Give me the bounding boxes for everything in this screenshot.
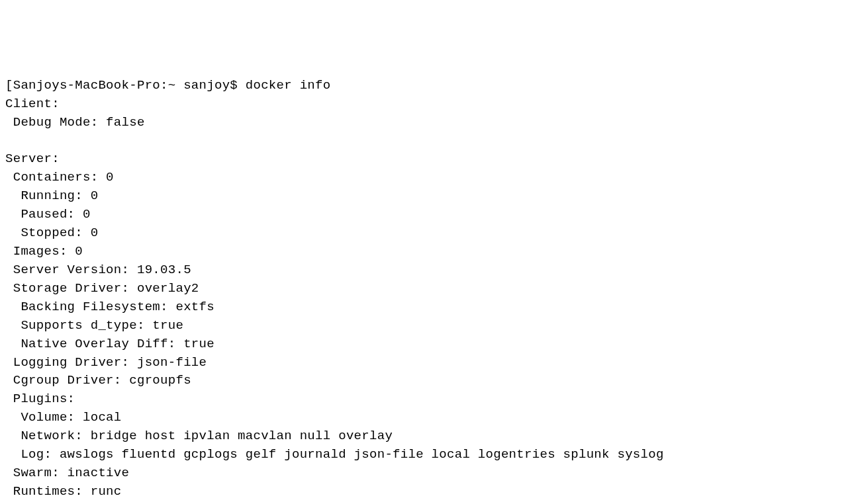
client-header: Client:	[5, 97, 60, 111]
server-running: Running: 0	[5, 189, 98, 203]
server-plugins-log: Log: awslogs fluentd gcplogs gelf journa…	[5, 447, 664, 462]
client-debug-mode: Debug Mode: false	[5, 115, 145, 130]
terminal-output[interactable]: [Sanjoys-MacBook-Pro:~ sanjoy$ docker in…	[5, 77, 849, 504]
server-stopped: Stopped: 0	[5, 226, 98, 240]
server-plugins-volume: Volume: local	[5, 410, 122, 425]
server-supports-dtype: Supports d_type: true	[5, 318, 183, 333]
server-backing-filesystem: Backing Filesystem: extfs	[5, 300, 214, 314]
prompt-line: [Sanjoys-MacBook-Pro:~ sanjoy$ docker in…	[5, 78, 330, 93]
server-version: Server Version: 19.03.5	[5, 263, 191, 277]
server-logging-driver: Logging Driver: json-file	[5, 355, 207, 370]
server-plugins-network: Network: bridge host ipvlan macvlan null…	[5, 429, 393, 443]
server-cgroup-driver: Cgroup Driver: cgroupfs	[5, 373, 191, 388]
server-header: Server:	[5, 151, 60, 166]
server-paused: Paused: 0	[5, 207, 91, 222]
server-containers: Containers: 0	[5, 170, 114, 185]
server-images: Images: 0	[5, 244, 83, 259]
server-native-overlay-diff: Native Overlay Diff: true	[5, 337, 214, 351]
server-swarm: Swarm: inactive	[5, 466, 129, 480]
server-plugins: Plugins:	[5, 392, 75, 406]
server-storage-driver: Storage Driver: overlay2	[5, 281, 199, 296]
server-runtimes: Runtimes: runc	[5, 484, 122, 499]
